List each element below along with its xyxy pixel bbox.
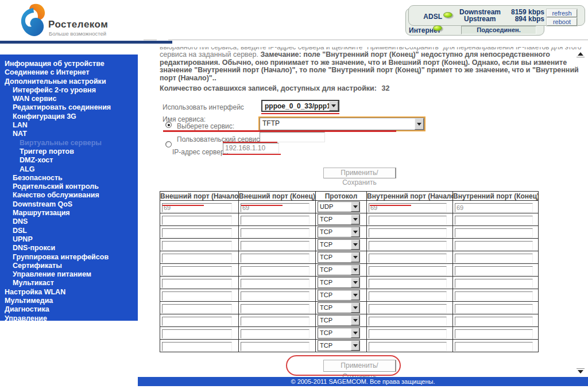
sidebar-item[interactable]: WAN сервис xyxy=(0,95,138,103)
ext-port-end-input[interactable] xyxy=(241,228,310,238)
sidebar-item[interactable]: Диагностика xyxy=(0,305,138,314)
sidebar-item[interactable]: DNS xyxy=(0,217,138,226)
apply-save-button-top[interactable]: Применить/Сохранить xyxy=(323,168,396,178)
protocol-select[interactable]: TCP xyxy=(318,340,360,351)
ext-port-start-input[interactable] xyxy=(162,342,232,351)
sidebar-item[interactable]: Безопасность xyxy=(0,174,138,182)
int-port-end-input[interactable] xyxy=(455,304,533,313)
sidebar-item[interactable]: LAN xyxy=(0,121,138,130)
ext-port-end-input[interactable] xyxy=(241,266,310,275)
sidebar-item[interactable]: Информация об устройстве xyxy=(0,60,138,68)
custom-service-radio[interactable] xyxy=(165,141,172,147)
chevron-down-icon[interactable] xyxy=(351,341,359,351)
ext-port-start-input[interactable] xyxy=(162,279,232,288)
sidebar-item[interactable]: DMZ-хост xyxy=(0,156,138,165)
sidebar-item[interactable]: Downstream QoS xyxy=(0,200,138,209)
sidebar-item[interactable]: Дополнительные настройки xyxy=(0,77,138,86)
protocol-select[interactable]: TCP xyxy=(318,328,360,339)
ext-port-start-input[interactable] xyxy=(162,329,232,339)
int-port-end-input[interactable] xyxy=(455,342,533,351)
server-ip-input[interactable] xyxy=(223,143,279,153)
ext-port-end-input[interactable] xyxy=(241,342,310,351)
interface-select[interactable]: pppoe_0_0_33/ppp1 xyxy=(261,100,339,112)
int-port-end-input[interactable] xyxy=(455,329,533,339)
ext-port-end-input[interactable] xyxy=(241,254,310,263)
sidebar-item[interactable]: Виртуальные серверы xyxy=(0,139,138,147)
scroll-down-button[interactable] xyxy=(578,368,585,374)
sidebar-item[interactable]: Интерфейс 2-го уровня xyxy=(0,86,138,95)
chevron-down-icon[interactable] xyxy=(351,265,359,275)
scroll-up-button[interactable] xyxy=(578,52,585,57)
ext-port-start-input[interactable] xyxy=(162,291,232,301)
sidebar-item[interactable]: Мультимедиа xyxy=(0,297,138,305)
reboot-button[interactable]: reboot xyxy=(547,18,577,26)
int-port-end-input[interactable] xyxy=(455,254,533,263)
ext-port-start-input[interactable] xyxy=(162,228,232,238)
chevron-down-icon[interactable] xyxy=(351,290,359,300)
ext-port-start-input[interactable] xyxy=(162,317,232,326)
ext-port-start-input[interactable] xyxy=(162,266,232,275)
sidebar-item[interactable]: Конфигурация 3G xyxy=(0,112,138,121)
int-port-end-input[interactable] xyxy=(455,317,533,326)
int-port-start-input[interactable] xyxy=(369,216,447,225)
service-select[interactable]: TFTP xyxy=(260,118,424,130)
protocol-select[interactable]: TCP xyxy=(318,315,360,326)
ext-port-end-input[interactable] xyxy=(241,329,310,339)
ext-port-end-input[interactable] xyxy=(241,241,310,250)
sidebar-item[interactable]: Маршрутизация xyxy=(0,209,138,217)
chevron-down-icon[interactable] xyxy=(351,303,359,313)
chevron-down-icon[interactable] xyxy=(329,101,338,111)
chevron-down-icon[interactable] xyxy=(351,278,359,287)
int-port-start-input[interactable] xyxy=(369,304,447,313)
sidebar-item[interactable]: NAT xyxy=(0,130,138,138)
int-port-start-input[interactable] xyxy=(369,241,447,250)
ext-port-end-input[interactable] xyxy=(241,291,310,301)
refresh-button[interactable]: refresh xyxy=(547,9,577,17)
int-port-end-input[interactable] xyxy=(455,228,533,238)
ext-port-end-input[interactable] xyxy=(241,203,310,212)
sidebar-item[interactable]: Управление xyxy=(0,314,138,323)
sidebar-item[interactable]: Настройка WLAN xyxy=(0,288,138,297)
int-port-start-input[interactable] xyxy=(369,203,447,212)
sidebar-item[interactable]: UPNP xyxy=(0,235,138,244)
int-port-start-input[interactable] xyxy=(369,266,447,275)
sidebar-item[interactable]: DNS-прокси xyxy=(0,244,138,252)
sidebar-item[interactable]: Управление питанием xyxy=(0,270,138,279)
chevron-down-icon[interactable] xyxy=(351,227,359,237)
ext-port-start-input[interactable] xyxy=(162,304,232,313)
protocol-select[interactable]: TCP xyxy=(318,277,360,288)
int-port-start-input[interactable] xyxy=(369,317,447,326)
sidebar-item[interactable]: Мультикаст xyxy=(0,279,138,287)
chevron-down-icon[interactable] xyxy=(351,240,359,250)
int-port-start-input[interactable] xyxy=(369,254,447,263)
sidebar-item[interactable]: Качество обслуживания xyxy=(0,191,138,200)
protocol-select[interactable]: TCP xyxy=(318,227,360,238)
int-port-start-input[interactable] xyxy=(369,291,447,301)
ext-port-end-input[interactable] xyxy=(241,279,310,288)
ext-port-end-input[interactable] xyxy=(241,304,310,313)
sidebar-item[interactable]: Сертификаты xyxy=(0,262,138,270)
sidebar-item[interactable]: DSL xyxy=(0,227,138,235)
protocol-select[interactable]: TCP xyxy=(318,264,360,275)
protocol-select[interactable]: UDP xyxy=(318,201,360,212)
ext-port-end-input[interactable] xyxy=(241,317,310,326)
int-port-start-input[interactable] xyxy=(369,342,447,351)
int-port-start-input[interactable] xyxy=(369,228,447,238)
ext-port-start-input[interactable] xyxy=(162,216,232,225)
sidebar-item[interactable]: ALG xyxy=(0,165,138,174)
protocol-select[interactable]: TCP xyxy=(318,290,360,301)
int-port-end-input[interactable] xyxy=(455,216,533,225)
int-port-end-input[interactable] xyxy=(455,279,533,288)
ext-port-end-input[interactable] xyxy=(241,216,310,225)
custom-service-input[interactable] xyxy=(260,132,325,142)
protocol-select[interactable]: TCP xyxy=(318,239,360,250)
chevron-down-icon[interactable] xyxy=(351,328,359,338)
sidebar-item[interactable]: Триггер портов xyxy=(0,147,138,156)
select-service-radio[interactable] xyxy=(165,122,172,128)
protocol-select[interactable]: TCP xyxy=(318,214,360,225)
protocol-select[interactable]: TCP xyxy=(318,302,360,313)
protocol-select[interactable]: TCP xyxy=(318,252,360,263)
ext-port-start-input[interactable] xyxy=(162,241,232,250)
int-port-end-input[interactable] xyxy=(455,241,533,250)
ext-port-start-input[interactable] xyxy=(162,203,232,212)
